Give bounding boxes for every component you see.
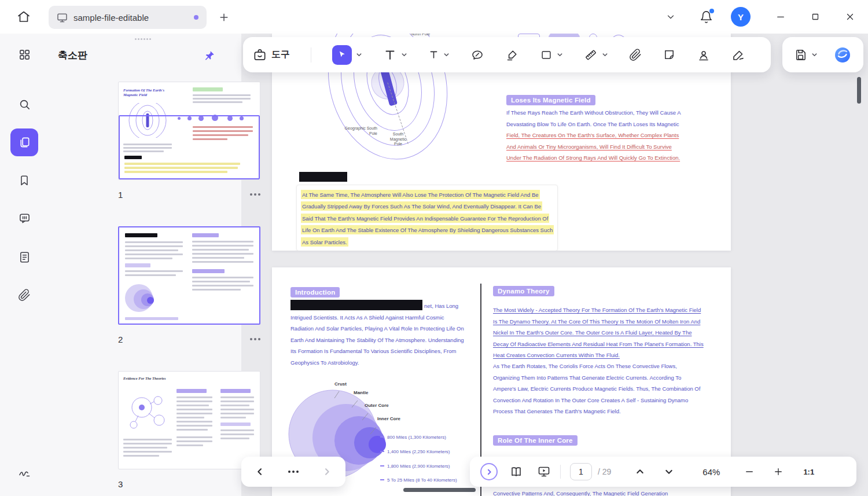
presentation-mode-button[interactable] [537,465,551,479]
nav-more-button[interactable] [288,471,299,473]
thumbnail-page-2[interactable] [118,226,260,325]
zoom-level-button[interactable]: 64% [703,467,720,477]
introduction-text: net, Has Long Intrigued Scientists. It A… [290,303,464,366]
thumbnail-1-menu-button[interactable] [250,193,260,196]
home-icon [17,10,31,24]
chevron-down-icon [356,52,362,58]
collapse-toolbar-button[interactable] [664,10,678,24]
edit-text-tool-button[interactable] [383,48,407,62]
previous-page-button[interactable] [635,467,645,476]
next-page-button[interactable] [664,467,674,476]
thumbnail-2-menu-button[interactable] [250,338,260,340]
chevron-down-icon [665,12,676,22]
thumb-field-diagram [123,103,172,138]
horizontal-scrollbar-thumb[interactable] [403,488,476,492]
north-pole-label: North Pole [411,34,430,37]
chevron-left-icon [255,467,264,476]
comments-button[interactable] [11,205,38,232]
save-button[interactable] [794,48,818,61]
selected-tool-tile [332,45,352,65]
expand-nav-button[interactable] [480,463,498,480]
minimize-button[interactable] [774,10,788,24]
attach-file-tool-button[interactable] [629,49,642,61]
measure-tool-button[interactable] [584,48,608,62]
page-number-input[interactable] [570,463,592,480]
save-toolbar [782,37,863,72]
zoom-out-button[interactable] [744,466,755,477]
add-text-tool-button[interactable] [428,49,450,60]
left-rail [0,34,48,496]
comment-tool-button[interactable] [470,48,484,62]
signature-tool-button[interactable] [731,48,745,62]
stamp-tool-button[interactable] [697,48,711,62]
notifications-button[interactable] [698,9,713,24]
plus-icon [218,12,230,23]
user-avatar[interactable]: Y [731,7,751,27]
ai-icon [833,46,852,64]
page-organize-button[interactable] [11,244,38,270]
close-icon [845,12,855,22]
save-icon [794,48,807,61]
thumbnail-panel: 축소판 Formation Of The Earth's Magnetic Fi… [48,34,241,496]
pin-panel-button[interactable] [202,49,216,63]
page-number-label: 3 [118,479,123,489]
thumbnail-page-3[interactable]: Evidence For The Theories [118,371,260,469]
more-options-icon [250,338,252,340]
paperclip-icon [18,289,31,302]
bookmarks-button[interactable] [11,167,38,194]
tools-menu-button[interactable]: 도구 [252,47,290,63]
page-layout-button[interactable] [509,465,523,479]
measurement-1400-miles: 1,400 Miles (2,250 Kilometers) [380,449,450,454]
toolbox-icon [252,47,267,63]
section-heading-introduction: Introduction [290,287,340,297]
section-heading-role-inner-core: Role Of The Inner Core [493,435,578,446]
panel-title: 축소판 [58,49,87,62]
nav-divider [560,465,561,479]
south-magnetic-pole-label: South Magnetic Pole [385,132,411,147]
nav-back-button[interactable] [255,467,264,476]
cursor-icon [337,50,347,60]
mantle-label: Mantle [354,390,368,395]
freehand-signature-button[interactable] [11,458,38,485]
attachments-button[interactable] [11,282,38,308]
thumbnails-panel-button[interactable] [10,128,38,156]
apps-grid-button[interactable] [11,41,38,68]
new-tab-button[interactable] [217,10,231,24]
shape-tool-button[interactable] [540,49,563,61]
more-options-icon [250,193,252,196]
actual-size-button[interactable]: 1:1 [803,468,814,476]
dynamo-body-paragraph: As The Earth Rotates, The Coriolis Force… [493,361,703,417]
nav-forward-button[interactable] [322,467,332,476]
chevron-right-icon [486,468,493,476]
thumbnail-row-3: 3 [118,477,260,491]
select-tool-button[interactable] [332,45,362,65]
document-tab[interactable]: sample-file-editable [49,6,207,29]
vertical-scrollbar-thumb[interactable] [857,77,861,104]
plus-icon [773,466,784,477]
section-heading-loses-field: Loses Its Magnetic Field [506,95,595,105]
sticker-tool-button[interactable] [663,48,676,61]
close-button[interactable] [843,10,857,24]
pages-icon [18,136,31,149]
maximize-button[interactable] [808,10,822,24]
thumbnail-page-1[interactable]: Formation Of The Earth's Magnetic Field [118,82,260,180]
rectangle-shape-icon [540,49,553,61]
panel-drag-handle[interactable] [135,38,137,40]
zoom-in-button[interactable] [773,466,784,477]
chevron-down-icon [602,52,608,58]
home-button[interactable] [16,9,32,25]
dynamo-underlined-paragraph: The Most Widely - Accepted Theory For Th… [493,304,704,361]
highlight-annotation-card: At The Same Time, The Atmosphere Will Al… [296,185,558,251]
search-button[interactable] [11,91,38,117]
ai-assistant-button[interactable] [833,46,852,64]
redacted-bar [290,300,422,310]
thumbnail-row-1: 1 [118,188,260,201]
unsaved-indicator-dot [194,15,198,20]
minimize-icon [775,12,786,22]
highlighter-tool-button[interactable] [505,48,519,62]
chevron-down-icon [557,52,563,58]
paragraph-loses-field: If These Rays Reach The Earth Without Ob… [506,107,682,164]
small-text-tool-icon [428,49,439,60]
sticker-icon [663,48,676,61]
notification-badge [709,9,714,13]
